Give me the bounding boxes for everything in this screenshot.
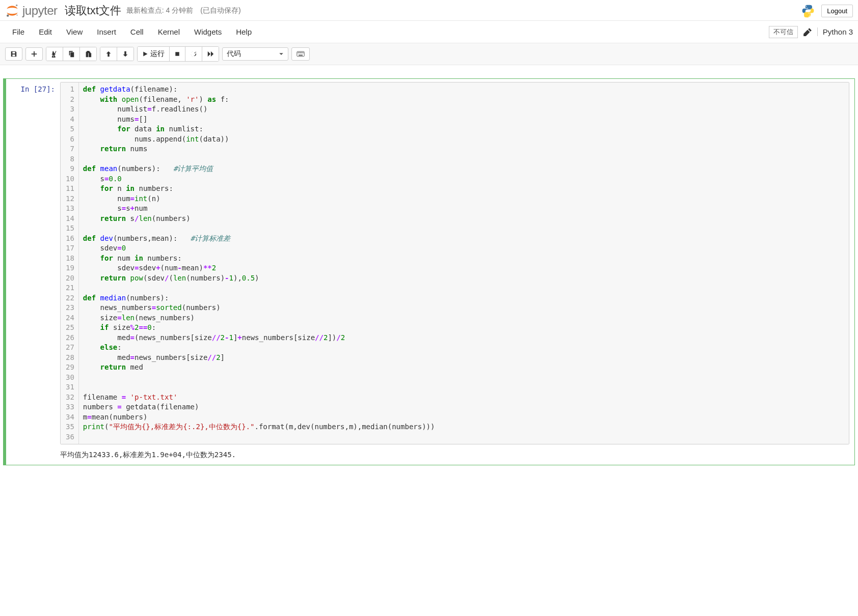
menu-file[interactable]: File bbox=[5, 24, 32, 40]
menu-kernel[interactable]: Kernel bbox=[151, 24, 187, 40]
save-button[interactable] bbox=[5, 47, 22, 61]
menu-edit[interactable]: Edit bbox=[32, 24, 59, 40]
trust-indicator[interactable]: 不可信 bbox=[769, 26, 798, 38]
svg-rect-3 bbox=[175, 52, 179, 56]
cell-output: 平均值为12433.6,标准差为1.9e+04,中位数为2345. bbox=[60, 449, 854, 462]
logout-button[interactable]: Logout bbox=[821, 5, 853, 17]
autosave-status: (已自动保存) bbox=[200, 6, 240, 15]
edit-icon[interactable] bbox=[803, 27, 812, 37]
jupyter-icon bbox=[5, 4, 19, 18]
menu-insert[interactable]: Insert bbox=[90, 24, 123, 40]
code-cell[interactable]: In [27]: 1234567891011121314151617181920… bbox=[3, 78, 855, 465]
menu-view[interactable]: View bbox=[59, 24, 90, 40]
menu-widgets[interactable]: Widgets bbox=[187, 24, 229, 40]
logo-text: jupyter bbox=[22, 4, 58, 18]
svg-rect-7 bbox=[300, 52, 301, 53]
jupyter-logo[interactable]: jupyter bbox=[5, 4, 58, 18]
svg-rect-9 bbox=[303, 52, 304, 53]
input-prompt: In [27]: bbox=[6, 82, 60, 444]
menu-bar: File Edit View Insert Cell Kernel Widget… bbox=[0, 21, 858, 43]
svg-point-0 bbox=[16, 5, 18, 7]
checkpoint-status: 最新检查点: 4 分钟前 bbox=[126, 6, 193, 15]
chevron-down-icon bbox=[279, 51, 284, 57]
paste-button[interactable] bbox=[79, 47, 96, 61]
toolbar: 运行 代码 bbox=[0, 43, 858, 65]
svg-rect-4 bbox=[297, 51, 304, 57]
menu-cell[interactable]: Cell bbox=[123, 24, 151, 40]
output-prompt bbox=[6, 449, 60, 462]
interrupt-button[interactable] bbox=[169, 47, 185, 61]
add-cell-button[interactable] bbox=[25, 47, 43, 61]
notebook-title[interactable]: 读取txt文件 bbox=[65, 3, 121, 18]
restart-run-all-button[interactable] bbox=[202, 47, 219, 61]
svg-point-1 bbox=[7, 14, 9, 16]
notebook-container: In [27]: 1234567891011121314151617181920… bbox=[0, 65, 858, 479]
cell-type-select[interactable]: 代码 bbox=[222, 47, 288, 61]
kernel-name[interactable]: Python 3 bbox=[817, 27, 853, 36]
code-input[interactable]: 1234567891011121314151617181920212223242… bbox=[60, 82, 849, 444]
svg-rect-6 bbox=[299, 52, 300, 53]
command-palette-button[interactable] bbox=[291, 47, 310, 61]
python-icon bbox=[801, 4, 815, 18]
header: jupyter 读取txt文件 最新检查点: 4 分钟前 (已自动保存) Log… bbox=[0, 0, 858, 21]
svg-rect-5 bbox=[298, 52, 299, 53]
run-label: 运行 bbox=[150, 49, 165, 59]
line-gutter: 1234567891011121314151617181920212223242… bbox=[61, 82, 79, 444]
move-down-button[interactable] bbox=[117, 47, 133, 61]
copy-button[interactable] bbox=[63, 47, 79, 61]
svg-rect-10 bbox=[299, 55, 303, 56]
menu-help[interactable]: Help bbox=[229, 24, 259, 40]
code-content[interactable]: def getdata(filename): with open(filenam… bbox=[79, 82, 849, 444]
run-button[interactable]: 运行 bbox=[138, 47, 169, 61]
cut-button[interactable] bbox=[46, 47, 63, 61]
svg-rect-8 bbox=[302, 52, 303, 53]
cell-type-label: 代码 bbox=[227, 49, 241, 59]
restart-button[interactable] bbox=[185, 47, 202, 61]
move-up-button[interactable] bbox=[100, 47, 117, 61]
svg-point-2 bbox=[16, 14, 18, 16]
